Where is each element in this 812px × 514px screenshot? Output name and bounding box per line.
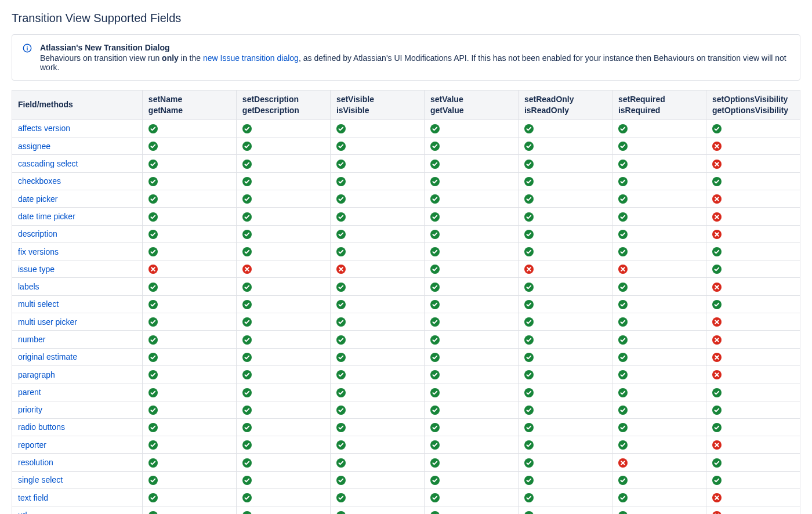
check-icon <box>242 142 252 151</box>
check-icon <box>336 194 346 204</box>
check-icon <box>524 177 534 186</box>
check-icon <box>242 317 252 327</box>
field-link[interactable]: multi select <box>18 299 59 309</box>
check-icon <box>524 493 534 502</box>
support-cell <box>142 172 236 190</box>
support-cell <box>518 365 612 383</box>
support-cell <box>142 225 236 242</box>
support-cell <box>236 278 330 295</box>
support-cell <box>330 489 424 506</box>
check-icon <box>336 493 346 502</box>
check-icon <box>148 247 158 256</box>
field-link[interactable]: multi user picker <box>18 317 77 327</box>
support-cell <box>706 331 800 348</box>
support-cell <box>518 155 612 172</box>
support-cell <box>142 365 236 383</box>
check-icon <box>242 476 252 485</box>
check-icon <box>524 247 534 256</box>
support-cell <box>706 489 800 506</box>
table-row: assignee <box>12 137 800 155</box>
check-icon <box>148 160 158 169</box>
table-row: affects version <box>12 120 800 137</box>
support-cell <box>518 172 612 190</box>
support-cell <box>142 260 236 278</box>
check-icon <box>336 335 346 345</box>
field-link[interactable]: date time picker <box>18 212 75 221</box>
check-icon <box>618 370 628 379</box>
support-cell <box>612 120 706 137</box>
support-cell <box>330 471 424 488</box>
check-icon <box>430 160 440 169</box>
field-link[interactable]: labels <box>18 282 39 291</box>
field-link[interactable]: parent <box>18 388 41 397</box>
check-icon <box>242 247 252 256</box>
check-icon <box>148 511 158 514</box>
check-icon <box>430 353 440 362</box>
field-link[interactable]: checkboxes <box>18 176 61 186</box>
field-link[interactable]: radio buttons <box>18 422 65 432</box>
check-icon <box>336 230 346 239</box>
support-cell <box>424 313 518 331</box>
check-icon <box>524 458 534 468</box>
column-header: setRequiredisRequired <box>612 91 706 120</box>
cross-icon <box>524 265 534 274</box>
support-cell <box>518 348 612 365</box>
check-icon <box>242 160 252 169</box>
field-link[interactable]: text field <box>18 493 48 502</box>
cross-icon <box>712 194 722 204</box>
field-link[interactable]: resolution <box>18 458 53 467</box>
check-icon <box>242 458 252 468</box>
support-cell <box>706 365 800 383</box>
support-cell <box>330 260 424 278</box>
support-cell <box>424 225 518 242</box>
check-icon <box>336 388 346 397</box>
support-cell <box>142 471 236 488</box>
field-link[interactable]: assignee <box>18 142 50 151</box>
field-link[interactable]: description <box>18 229 57 238</box>
support-cell <box>424 418 518 436</box>
check-icon <box>430 230 440 239</box>
support-cell <box>330 208 424 225</box>
column-header: setDescriptiongetDescription <box>236 91 330 120</box>
check-icon <box>618 230 628 239</box>
check-icon <box>524 370 534 379</box>
check-icon <box>618 177 628 186</box>
support-cell <box>612 208 706 225</box>
check-icon <box>242 388 252 397</box>
field-link[interactable]: url <box>18 511 27 514</box>
check-icon <box>524 142 534 151</box>
support-cell <box>236 137 330 155</box>
support-cell <box>612 454 706 471</box>
support-cell <box>706 454 800 471</box>
check-icon <box>242 440 252 450</box>
field-link[interactable]: single select <box>18 475 63 484</box>
field-link[interactable]: issue type <box>18 265 55 274</box>
field-link[interactable]: affects version <box>18 124 70 133</box>
support-cell <box>236 172 330 190</box>
check-icon <box>430 440 440 450</box>
support-cell <box>706 137 800 155</box>
field-link[interactable]: paragraph <box>18 370 55 379</box>
table-row: text field <box>12 489 800 506</box>
svg-point-162 <box>618 511 628 514</box>
support-cell <box>706 348 800 365</box>
support-cell <box>142 383 236 401</box>
field-link[interactable]: original estimate <box>18 352 77 361</box>
field-link[interactable]: date picker <box>18 194 57 204</box>
support-cell <box>612 190 706 207</box>
transition-dialog-link[interactable]: new Issue transition dialog <box>203 53 299 63</box>
field-link[interactable]: number <box>18 335 45 344</box>
support-cell <box>424 454 518 471</box>
support-cell <box>706 313 800 331</box>
check-icon <box>618 317 628 327</box>
support-cell <box>706 120 800 137</box>
field-link[interactable]: fix versions <box>18 247 59 256</box>
support-cell <box>518 120 612 137</box>
check-icon <box>430 476 440 485</box>
field-link[interactable]: reporter <box>18 440 46 450</box>
check-icon <box>242 230 252 239</box>
field-link[interactable]: cascading select <box>18 159 78 168</box>
support-cell <box>330 155 424 172</box>
check-icon <box>712 458 722 468</box>
field-link[interactable]: priority <box>18 405 42 414</box>
